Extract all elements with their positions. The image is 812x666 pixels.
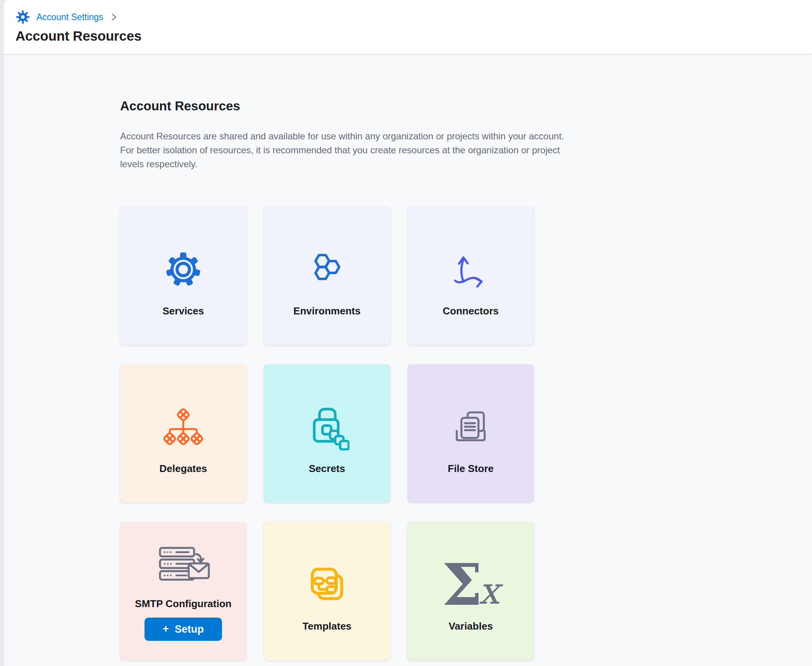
chevron-right-icon (110, 13, 117, 21)
lock-chain-icon (304, 408, 349, 446)
templates-icon (307, 565, 347, 604)
main-content: Account Resources Account Resources are … (4, 55, 812, 666)
card-secrets[interactable]: Secrets (264, 364, 390, 503)
split-arrows-icon (451, 250, 490, 289)
hexagons-icon (308, 250, 346, 289)
gear-icon (165, 250, 202, 289)
card-label: Variables (449, 620, 493, 632)
page-title: Account Resources (15, 28, 812, 44)
card-label: Delegates (160, 463, 207, 475)
gear-icon[interactable] (15, 10, 30, 24)
card-file-store[interactable]: File Store (408, 364, 534, 503)
card-label: Templates (303, 620, 352, 632)
section-heading: Account Resources (120, 98, 812, 114)
network-tree-icon (162, 408, 205, 446)
section-description: Account Resources are shared and availab… (120, 129, 686, 171)
setup-button[interactable]: + Setup (145, 618, 222, 641)
card-templates[interactable]: Templates (264, 522, 390, 660)
card-connectors[interactable]: Connectors (408, 207, 534, 345)
card-label: Secrets (309, 463, 345, 475)
x-glyph: x (478, 579, 499, 602)
card-label: SMTP Configuration (135, 598, 231, 610)
account-resources-page: Account Settings Account Resources Accou… (4, 0, 812, 666)
plus-icon: + (163, 623, 169, 635)
server-mail-icon (156, 544, 210, 583)
sigma-x-icon: Σ x (442, 565, 500, 604)
card-delegates[interactable]: Delegates (120, 364, 246, 503)
card-label: File Store (448, 463, 494, 475)
card-variables[interactable]: Σ x Variables (408, 522, 534, 660)
card-label: Services (163, 305, 204, 317)
documents-tray-icon (451, 408, 491, 446)
page-header: Account Settings Account Resources (4, 0, 812, 55)
card-smtp-configuration[interactable]: SMTP Configuration + Setup (120, 522, 246, 660)
card-environments[interactable]: Environments (264, 207, 390, 345)
sigma-glyph: Σ (442, 565, 483, 604)
resource-card-grid: Services Environments (120, 207, 812, 666)
breadcrumb: Account Settings (15, 9, 812, 25)
breadcrumb-link-account-settings[interactable]: Account Settings (36, 12, 103, 22)
card-services[interactable]: Services (120, 207, 246, 345)
card-label: Environments (293, 305, 360, 317)
setup-button-label: Setup (175, 623, 204, 635)
card-label: Connectors (443, 305, 499, 317)
